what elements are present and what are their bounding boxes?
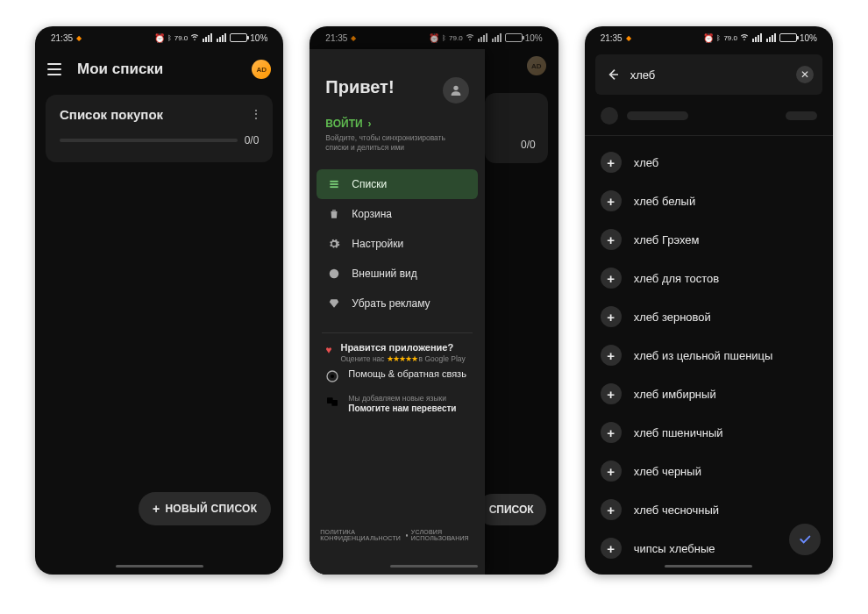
nav-settings[interactable]: Настройки [317, 229, 478, 259]
battery-pct: 10% [250, 33, 267, 43]
nav-remove-ads[interactable]: Убрать рекламу [317, 289, 478, 318]
lists-icon [327, 177, 341, 191]
back-icon[interactable] [604, 66, 622, 83]
footer-privacy[interactable]: ПОЛИТИКА КОНФИДЕНЦИАЛЬНОСТИ [320, 529, 402, 541]
appbar: Мои списки AD [35, 49, 283, 89]
result-label: хлеб черный [634, 465, 701, 478]
login-block[interactable]: ВОЙТИ › Войдите, чтобы синхронизировать … [309, 118, 485, 164]
rate-app[interactable]: ♥ Нравится приложение? Оцените нас ★★★★★… [309, 342, 485, 363]
svg-point-0 [454, 86, 459, 90]
search-result-row[interactable]: + хлеб зерновой [585, 297, 833, 336]
divider [585, 135, 833, 136]
status-time: 21:35 [601, 33, 623, 43]
svg-rect-3 [331, 187, 338, 189]
status-right: ⏰ ᛒ 79.0 10% [703, 32, 817, 43]
nav-drawer: Привет! ВОЙТИ › Войдите, чтобы синхрониз… [309, 49, 485, 575]
add-icon[interactable]: + [601, 268, 622, 289]
list-card[interactable]: Список покупок ⋮ 0/0 [46, 95, 273, 162]
heart-icon: ♥ [325, 344, 331, 356]
notification-icon: ◆ [626, 34, 631, 42]
result-label: хлеб для тостов [634, 272, 720, 285]
add-icon[interactable]: + [601, 152, 622, 173]
search-result-row[interactable]: + хлеб [585, 143, 833, 182]
palette-icon [327, 267, 341, 281]
add-icon[interactable]: + [601, 460, 622, 482]
result-label: хлеб зерновой [634, 311, 711, 324]
search-result-row[interactable]: + хлеб имбирный [585, 375, 833, 413]
wifi-icon [190, 32, 199, 43]
add-icon[interactable]: + [601, 306, 622, 327]
phone-screen-2: 21:35 ◆ ⏰ ᛒ 79.0 10% AD 0/0 СПИСОК Приве… [309, 26, 558, 575]
svg-rect-2 [331, 183, 338, 185]
nav-label: Внешний вид [352, 268, 416, 280]
ad-badge[interactable]: AD [252, 60, 271, 79]
rate-title: Нравится приложение? [340, 342, 465, 353]
alarm-icon: ⏰ [703, 33, 714, 43]
search-result-row[interactable]: + хлеб белый [585, 182, 833, 220]
wifi-icon [740, 32, 749, 43]
menu-icon[interactable] [47, 63, 61, 75]
bt-icon: ᛒ [167, 34, 172, 42]
login-subtitle: Войдите, чтобы синхронизировать списки и… [325, 133, 469, 152]
result-label: хлеб чесночный [634, 503, 719, 517]
translate-sup: Мы добавляем новые языки [348, 394, 456, 403]
search-input[interactable] [630, 68, 787, 82]
confirm-button[interactable] [789, 524, 821, 555]
battery-icon [230, 33, 247, 42]
nav-label: Настройки [352, 238, 403, 250]
login-label: ВОЙТИ [325, 118, 362, 130]
rate-sub-pre: Оцените нас [340, 354, 384, 363]
page-title: Мои списки [77, 61, 236, 78]
nav-help[interactable]: Помощь & обратная связь [309, 363, 485, 389]
bg-fab: СПИСОК [477, 494, 546, 525]
footer-terms[interactable]: УСЛОВИЯ ИСПОЛЬЗОВАНИЯ [411, 529, 474, 541]
search-result-row[interactable]: + хлеб Грэхем [585, 220, 833, 259]
nav-label: Убрать рекламу [352, 297, 430, 310]
signal-icon [203, 33, 212, 42]
new-list-button[interactable]: + НОВЫЙ СПИСОК [139, 492, 271, 525]
search-results: + хлеб+ хлеб белый+ хлеб Грэхем+ хлеб дл… [585, 139, 833, 571]
clear-icon[interactable]: ✕ [796, 66, 814, 83]
search-result-row[interactable]: + хлеб для тостов [585, 259, 833, 297]
add-icon[interactable]: + [601, 499, 622, 520]
search-result-row[interactable]: + хлеб пшеничный [585, 413, 833, 452]
avatar-placeholder[interactable] [443, 77, 469, 104]
svg-rect-8 [332, 400, 338, 406]
search-result-row[interactable]: + хлеб из цельной пшеницы [585, 336, 833, 375]
signal-icon-2 [217, 33, 226, 42]
add-icon[interactable]: + [601, 383, 622, 404]
star-icon: ★★★★★ [387, 354, 417, 363]
home-indicator [116, 565, 203, 568]
add-icon[interactable]: + [601, 229, 622, 250]
alarm-icon: ⏰ [154, 33, 165, 43]
result-label: хлеб имбирный [634, 388, 716, 401]
bg-list-card: 0/0 [485, 93, 547, 163]
search-bar: ✕ [595, 54, 822, 95]
add-icon[interactable]: + [601, 422, 622, 443]
nav-trash[interactable]: Корзина [317, 199, 478, 229]
svg-point-4 [330, 269, 339, 279]
fab-label: НОВЫЙ СПИСОК [165, 503, 257, 515]
translate-title: Помогите нам перевести [348, 403, 456, 413]
result-label: хлеб пшеничный [634, 426, 723, 439]
net-speed: 79.0 [723, 34, 737, 42]
more-icon[interactable]: ⋮ [250, 107, 262, 121]
nav-lists[interactable]: Списки [317, 169, 478, 199]
nav-appearance[interactable]: Внешний вид [317, 259, 478, 289]
search-result-row[interactable]: + хлеб чесночный [585, 490, 833, 529]
result-label: хлеб из цельной пшеницы [634, 349, 773, 362]
notification-icon: ◆ [76, 34, 82, 42]
status-right: ⏰ ᛒ 79.0 10% [154, 32, 268, 43]
add-icon[interactable]: + [601, 345, 622, 366]
bt-icon: ᛒ [716, 34, 721, 42]
progress-bar [60, 139, 238, 142]
phone-screen-3: 21:35 ◆ ⏰ ᛒ 79.0 10% ✕ + хлеб+ [585, 26, 833, 575]
status-bar: 21:35 ◆ ⏰ ᛒ 79.0 10% [35, 26, 283, 49]
nav-translate[interactable]: Мы добавляем новые языки Помогите нам пе… [309, 389, 485, 418]
add-icon[interactable]: + [601, 190, 622, 211]
search-result-row[interactable]: + хлеб черный [585, 452, 833, 490]
divider [322, 332, 473, 333]
add-icon[interactable]: + [601, 538, 622, 559]
skeleton-row [601, 107, 817, 125]
result-label: хлеб белый [634, 195, 696, 208]
